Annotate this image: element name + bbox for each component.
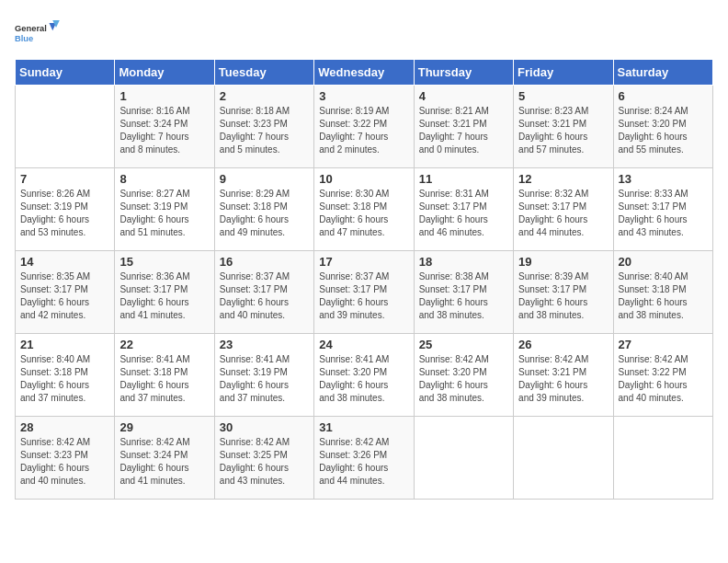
day-number: 5 (518, 89, 608, 103)
day-info: Sunrise: 8:37 AM Sunset: 3:17 PM Dayligh… (220, 270, 309, 322)
calendar-cell: 24Sunrise: 8:41 AM Sunset: 3:20 PM Dayli… (314, 334, 414, 417)
day-info: Sunrise: 8:42 AM Sunset: 3:24 PM Dayligh… (119, 436, 209, 488)
day-number: 20 (619, 255, 708, 269)
calendar-week-row: 21Sunrise: 8:40 AM Sunset: 3:18 PM Dayli… (16, 334, 713, 417)
calendar-cell: 15Sunrise: 8:36 AM Sunset: 3:17 PM Dayli… (115, 251, 214, 334)
calendar-week-row: 14Sunrise: 8:35 AM Sunset: 3:17 PM Dayli… (16, 251, 713, 334)
calendar-cell: 1Sunrise: 8:16 AM Sunset: 3:24 PM Daylig… (115, 86, 214, 168)
day-number: 14 (20, 255, 109, 269)
calendar-week-row: 7Sunrise: 8:26 AM Sunset: 3:19 PM Daylig… (16, 168, 713, 251)
day-number: 24 (319, 338, 408, 351)
day-number: 6 (619, 89, 708, 103)
day-number: 22 (119, 338, 209, 351)
calendar-cell: 19Sunrise: 8:39 AM Sunset: 3:17 PM Dayli… (514, 251, 613, 334)
day-number: 29 (119, 420, 209, 434)
calendar-cell: 23Sunrise: 8:41 AM Sunset: 3:19 PM Dayli… (214, 334, 313, 417)
day-info: Sunrise: 8:30 AM Sunset: 3:18 PM Dayligh… (319, 188, 408, 239)
weekday-header: Thursday (414, 60, 513, 86)
day-info: Sunrise: 8:33 AM Sunset: 3:17 PM Dayligh… (619, 188, 708, 239)
weekday-header: Friday (514, 60, 613, 86)
weekday-header: Tuesday (214, 60, 313, 86)
day-info: Sunrise: 8:26 AM Sunset: 3:19 PM Dayligh… (20, 188, 109, 239)
day-info: Sunrise: 8:19 AM Sunset: 3:22 PM Dayligh… (319, 105, 408, 156)
calendar-cell: 2Sunrise: 8:18 AM Sunset: 3:23 PM Daylig… (214, 86, 313, 168)
day-number: 11 (419, 172, 508, 186)
logo: General Blue (15, 15, 61, 52)
day-number: 9 (220, 172, 309, 186)
day-number: 3 (319, 89, 408, 103)
calendar-cell: 31Sunrise: 8:42 AM Sunset: 3:26 PM Dayli… (314, 417, 414, 500)
day-number: 21 (20, 338, 109, 351)
calendar-cell (514, 417, 613, 500)
day-info: Sunrise: 8:42 AM Sunset: 3:22 PM Dayligh… (619, 353, 708, 405)
day-info: Sunrise: 8:39 AM Sunset: 3:17 PM Dayligh… (518, 270, 608, 322)
day-info: Sunrise: 8:21 AM Sunset: 3:21 PM Dayligh… (419, 105, 508, 156)
day-info: Sunrise: 8:37 AM Sunset: 3:17 PM Dayligh… (319, 270, 408, 322)
day-info: Sunrise: 8:42 AM Sunset: 3:25 PM Dayligh… (220, 436, 309, 488)
calendar-cell: 3Sunrise: 8:19 AM Sunset: 3:22 PM Daylig… (314, 86, 414, 168)
day-info: Sunrise: 8:23 AM Sunset: 3:21 PM Dayligh… (518, 105, 608, 156)
calendar-table: SundayMondayTuesdayWednesdayThursdayFrid… (15, 59, 713, 500)
day-number: 18 (419, 255, 508, 269)
day-number: 2 (220, 89, 309, 103)
calendar-cell (414, 417, 513, 500)
calendar-cell: 9Sunrise: 8:29 AM Sunset: 3:18 PM Daylig… (214, 168, 313, 251)
calendar-cell (613, 417, 712, 500)
day-info: Sunrise: 8:27 AM Sunset: 3:19 PM Dayligh… (119, 188, 209, 239)
weekday-header-row: SundayMondayTuesdayWednesdayThursdayFrid… (16, 60, 713, 86)
day-number: 16 (220, 255, 309, 269)
calendar-cell: 17Sunrise: 8:37 AM Sunset: 3:17 PM Dayli… (314, 251, 414, 334)
weekday-header: Saturday (613, 60, 712, 86)
day-info: Sunrise: 8:41 AM Sunset: 3:20 PM Dayligh… (319, 353, 408, 405)
day-info: Sunrise: 8:41 AM Sunset: 3:19 PM Dayligh… (220, 353, 309, 405)
day-info: Sunrise: 8:16 AM Sunset: 3:24 PM Dayligh… (119, 105, 209, 156)
day-info: Sunrise: 8:42 AM Sunset: 3:23 PM Dayligh… (20, 436, 109, 488)
day-info: Sunrise: 8:40 AM Sunset: 3:18 PM Dayligh… (20, 353, 109, 405)
weekday-header: Wednesday (314, 60, 414, 86)
day-number: 30 (220, 420, 309, 434)
weekday-header: Sunday (16, 60, 115, 86)
calendar-cell: 27Sunrise: 8:42 AM Sunset: 3:22 PM Dayli… (613, 334, 712, 417)
day-number: 23 (220, 338, 309, 351)
header: General Blue (15, 15, 713, 52)
day-number: 13 (619, 172, 708, 186)
calendar-cell: 25Sunrise: 8:42 AM Sunset: 3:20 PM Dayli… (414, 334, 513, 417)
day-number: 27 (619, 338, 708, 351)
day-number: 28 (20, 420, 109, 434)
weekday-header: Monday (115, 60, 214, 86)
calendar-cell: 16Sunrise: 8:37 AM Sunset: 3:17 PM Dayli… (214, 251, 313, 334)
day-number: 1 (119, 89, 209, 103)
day-info: Sunrise: 8:38 AM Sunset: 3:17 PM Dayligh… (419, 270, 508, 322)
day-number: 8 (119, 172, 209, 186)
day-info: Sunrise: 8:42 AM Sunset: 3:20 PM Dayligh… (419, 353, 508, 405)
calendar-cell: 30Sunrise: 8:42 AM Sunset: 3:25 PM Dayli… (214, 417, 313, 500)
day-info: Sunrise: 8:31 AM Sunset: 3:17 PM Dayligh… (419, 188, 508, 239)
calendar-cell: 7Sunrise: 8:26 AM Sunset: 3:19 PM Daylig… (16, 168, 115, 251)
day-number: 31 (319, 420, 408, 434)
day-number: 7 (20, 172, 109, 186)
calendar-cell: 5Sunrise: 8:23 AM Sunset: 3:21 PM Daylig… (514, 86, 613, 168)
day-info: Sunrise: 8:32 AM Sunset: 3:17 PM Dayligh… (518, 188, 608, 239)
day-info: Sunrise: 8:29 AM Sunset: 3:18 PM Dayligh… (220, 188, 309, 239)
calendar-cell: 26Sunrise: 8:42 AM Sunset: 3:21 PM Dayli… (514, 334, 613, 417)
day-number: 10 (319, 172, 408, 186)
logo-svg: General Blue (15, 15, 61, 52)
calendar-cell: 29Sunrise: 8:42 AM Sunset: 3:24 PM Dayli… (115, 417, 214, 500)
svg-text:General: General (15, 24, 47, 33)
calendar-cell: 18Sunrise: 8:38 AM Sunset: 3:17 PM Dayli… (414, 251, 513, 334)
day-number: 12 (518, 172, 608, 186)
day-info: Sunrise: 8:42 AM Sunset: 3:26 PM Dayligh… (319, 436, 408, 488)
day-number: 25 (419, 338, 508, 351)
calendar-cell (16, 86, 115, 168)
calendar-cell: 12Sunrise: 8:32 AM Sunset: 3:17 PM Dayli… (514, 168, 613, 251)
calendar-cell: 20Sunrise: 8:40 AM Sunset: 3:18 PM Dayli… (613, 251, 712, 334)
calendar-week-row: 1Sunrise: 8:16 AM Sunset: 3:24 PM Daylig… (16, 86, 713, 168)
calendar-week-row: 28Sunrise: 8:42 AM Sunset: 3:23 PM Dayli… (16, 417, 713, 500)
day-info: Sunrise: 8:24 AM Sunset: 3:20 PM Dayligh… (619, 105, 708, 156)
calendar-cell: 6Sunrise: 8:24 AM Sunset: 3:20 PM Daylig… (613, 86, 712, 168)
svg-text:Blue: Blue (15, 34, 33, 43)
day-number: 17 (319, 255, 408, 269)
calendar-cell: 4Sunrise: 8:21 AM Sunset: 3:21 PM Daylig… (414, 86, 513, 168)
day-info: Sunrise: 8:41 AM Sunset: 3:18 PM Dayligh… (119, 353, 209, 405)
day-number: 4 (419, 89, 508, 103)
